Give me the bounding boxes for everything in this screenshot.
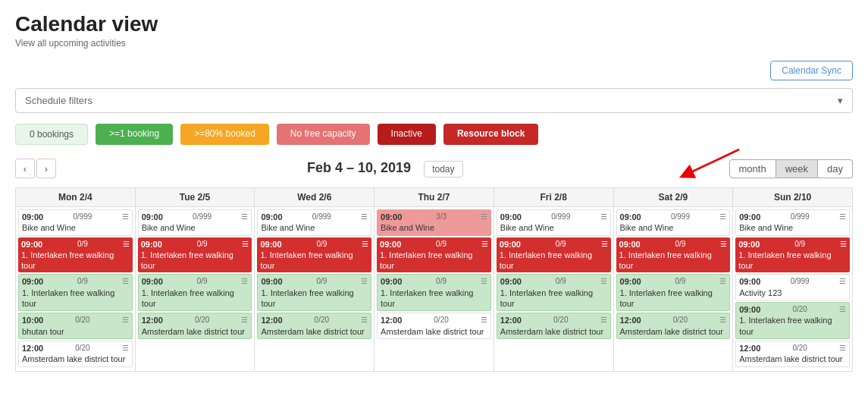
col-sun: Sun 2/10 xyxy=(733,188,853,207)
chevron-down-icon: ▾ xyxy=(838,95,843,106)
list-item[interactable]: 09:00 0/9 ☰ 1. Interlaken free walking t… xyxy=(377,237,491,273)
list-item[interactable]: 12:00 0/20 ☰ Amsterdam lake district tou… xyxy=(257,313,371,339)
list-item[interactable]: 09:00 0/9 ☰ 1. Interlaken free walking t… xyxy=(497,237,611,273)
list-item[interactable]: 09:00 0/9 ☰ 1. Interlaken free walking t… xyxy=(18,237,133,273)
event-time: 09:00 xyxy=(21,239,42,250)
list-item[interactable]: 09:00 0/9 ☰ 1. Interlaken free walking t… xyxy=(138,237,252,273)
day-sat: 09:00 0/999 ☰ Bike and Wine 09:00 0/9 ☰ … xyxy=(613,207,733,372)
list-item[interactable]: 09:00 0/999 ☰ Bike and Wine xyxy=(616,209,731,236)
event-time: 10:00 xyxy=(22,315,43,325)
event-name: Amsterdam lake district tour xyxy=(22,354,129,364)
event-count: 0/999 xyxy=(193,212,212,222)
view-buttons: month week day xyxy=(729,159,853,178)
menu-icon: ☰ xyxy=(481,212,487,222)
menu-icon: ☰ xyxy=(840,239,847,249)
day-view-button[interactable]: day xyxy=(818,159,853,178)
event-count: 0/9 xyxy=(436,276,447,286)
list-item[interactable]: 09:00 0/999 ☰ Bike and Wine xyxy=(497,209,611,236)
event-time: 12:00 xyxy=(142,315,163,325)
list-item[interactable]: 09:00 0/9 ☰ 1. Interlaken free walking t… xyxy=(616,237,731,273)
schedule-filters[interactable]: Schedule filters ▾ xyxy=(15,88,853,113)
event-count: 0/9 xyxy=(197,276,208,286)
event-count: 0/20 xyxy=(75,315,89,325)
next-button[interactable]: › xyxy=(36,159,56,178)
menu-icon: ☰ xyxy=(361,276,368,286)
list-item[interactable]: 09:00 0/9 ☰ 1. Interlaken free walking t… xyxy=(138,274,252,311)
event-count: 0/9 xyxy=(675,276,685,286)
event-count: 0/999 xyxy=(671,212,690,222)
event-count: 0/20 xyxy=(792,343,807,353)
menu-icon: ☰ xyxy=(839,276,846,286)
list-item[interactable]: 12:00 0/20 ☰ Amsterdam lake district tou… xyxy=(497,313,611,339)
event-name: Activity 123 xyxy=(739,288,846,298)
list-item[interactable]: 10:00 0/20 ☰ bhutan tour xyxy=(18,313,133,339)
event-count: 0/20 xyxy=(434,315,448,325)
month-view-button[interactable]: month xyxy=(729,159,776,178)
event-time: 09:00 xyxy=(381,276,402,287)
col-wed: Wed 2/6 xyxy=(255,188,374,207)
list-item[interactable]: 12:00 0/20 ☰ Amsterdam lake district tou… xyxy=(616,313,731,339)
event-name: 1. Interlaken free walking tour xyxy=(260,250,368,272)
date-range-label: Feb 4 – 10, 2019 xyxy=(307,160,411,175)
event-count: 0/999 xyxy=(73,212,92,222)
event-name: 1. Interlaken free walking tour xyxy=(619,250,728,272)
prev-button[interactable]: ‹ xyxy=(15,159,35,178)
event-count: 0/9 xyxy=(316,276,327,286)
event-count: 0/999 xyxy=(312,212,331,222)
menu-icon: ☰ xyxy=(719,315,726,325)
menu-icon: ☰ xyxy=(481,276,487,286)
menu-icon: ☰ xyxy=(839,304,846,314)
event-count: 0/9 xyxy=(316,239,327,249)
event-name: 1. Interlaken free walking tour xyxy=(22,288,129,310)
day-sun: 09:00 0/999 ☰ Bike and Wine 09:00 0/9 ☰ … xyxy=(733,207,853,372)
list-item[interactable]: 12:00 0/20 ☰ Amsterdam lake district tou… xyxy=(18,341,133,367)
list-item[interactable]: 09:00 0/9 ☰ 1. Interlaken free walking t… xyxy=(735,237,850,273)
calendar-sync-button[interactable]: Calendar Sync xyxy=(770,61,853,80)
event-time: 09:00 xyxy=(500,239,521,250)
list-item[interactable]: 09:00 0/999 ☰ Bike and Wine xyxy=(138,209,252,236)
col-tue: Tue 2/5 xyxy=(135,188,255,207)
event-time: 12:00 xyxy=(620,315,641,325)
menu-icon: ☰ xyxy=(122,276,129,286)
menu-icon: ☰ xyxy=(481,239,488,249)
list-item[interactable]: 09:00 0/9 ☰ 1. Interlaken free walking t… xyxy=(18,274,133,311)
event-count: 0/9 xyxy=(77,276,88,286)
list-item[interactable]: 09:00 0/999 ☰ Bike and Wine xyxy=(735,209,850,236)
event-time: 12:00 xyxy=(261,315,282,325)
list-item[interactable]: 09:00 0/20 ☰ 1. Interlaken free walking … xyxy=(735,302,850,339)
event-name: 1. Interlaken free walking tour xyxy=(261,288,368,310)
event-count: 3/3 xyxy=(436,212,447,222)
menu-icon: ☰ xyxy=(720,239,727,249)
list-item[interactable]: 09:00 0/9 ☰ 1. Interlaken free walking t… xyxy=(257,237,371,273)
week-view-button[interactable]: week xyxy=(776,159,818,178)
menu-icon: ☰ xyxy=(241,212,248,222)
list-item[interactable]: 09:00 0/999 ☰ Bike and Wine xyxy=(18,209,133,236)
event-name: 1. Interlaken free walking tour xyxy=(620,288,727,310)
col-thu: Thu 2/7 xyxy=(374,188,494,207)
list-item[interactable]: 09:00 0/999 ☰ Bike and Wine xyxy=(257,209,371,236)
menu-icon: ☰ xyxy=(123,239,130,249)
list-item[interactable]: 09:00 0/9 ☰ 1. Interlaken free walking t… xyxy=(497,274,611,311)
list-item[interactable]: 12:00 0/20 ☰ Amsterdam lake district tou… xyxy=(138,313,252,339)
list-item[interactable]: 09:00 0/9 ☰ 1. Interlaken free walking t… xyxy=(377,274,491,311)
menu-icon: ☰ xyxy=(241,276,248,286)
menu-icon: ☰ xyxy=(241,315,248,325)
list-item[interactable]: 12:00 0/20 ☰ Amsterdam lake district tou… xyxy=(377,313,491,339)
event-name: Bike and Wine xyxy=(381,222,487,233)
event-name: 1. Interlaken free walking tour xyxy=(739,315,846,337)
list-item[interactable]: 09:00 0/9 ☰ 1. Interlaken free walking t… xyxy=(616,274,731,311)
event-time: 09:00 xyxy=(142,212,163,222)
list-item[interactable]: 09:00 3/3 ☰ Bike and Wine xyxy=(377,209,491,236)
event-time: 09:00 xyxy=(739,276,760,287)
today-button[interactable]: today xyxy=(424,161,462,178)
event-name: Amsterdam lake district tour xyxy=(381,326,487,337)
event-name: Bike and Wine xyxy=(500,222,607,233)
list-item[interactable]: 12:00 0/20 ☰ Amsterdam lake district tou… xyxy=(735,341,850,367)
event-time: 09:00 xyxy=(739,304,760,315)
event-count: 0/20 xyxy=(75,343,89,353)
event-name: 1. Interlaken free walking tour xyxy=(141,250,249,272)
list-item[interactable]: 09:00 0/9 ☰ 1. Interlaken free walking t… xyxy=(257,274,371,311)
event-time: 12:00 xyxy=(739,343,760,354)
list-item[interactable]: 09:00 0/999 ☰ Activity 123 xyxy=(735,274,850,300)
menu-icon: ☰ xyxy=(122,212,129,222)
